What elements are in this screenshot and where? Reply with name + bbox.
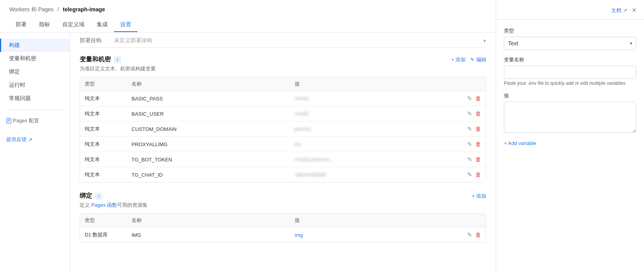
type-label: 类型 [504, 27, 636, 34]
tab-metrics[interactable]: 指标 [33, 18, 56, 32]
delete-icon[interactable]: 🗑 [475, 95, 481, 102]
close-button[interactable]: × [632, 6, 636, 14]
hook-section: 部署挂钩 未定义部署挂钩 + [80, 32, 486, 48]
row-name: CUSTOM_DOMAIN [132, 126, 295, 132]
vars-col-type: 类型 [85, 81, 132, 88]
delete-icon[interactable]: 🗑 [475, 125, 481, 132]
var-name-label: 变量名称 [504, 56, 636, 63]
tab-settings[interactable]: 设置 [114, 18, 137, 32]
add-variable-button[interactable]: + Add variable [504, 140, 536, 146]
edit-icon[interactable]: ✎ [467, 171, 472, 178]
delete-icon[interactable]: 🗑 [475, 231, 481, 238]
main-content: Workers 和 Pages / telegraph-image 部署 指标 … [0, 0, 496, 272]
delete-icon[interactable]: 🗑 [475, 171, 481, 178]
vars-col-name: 名称 [132, 81, 295, 88]
vars-description: 为项目定义文本、机密或构建变量 [80, 65, 486, 72]
row-value: ••••242:AA••••U... [295, 157, 458, 163]
sidebar-item-vars[interactable]: 变量和机密 [0, 52, 70, 65]
binding-col-value: 值 [295, 217, 458, 224]
row-actions: ✎ 🗑 [458, 95, 481, 102]
edit-icon[interactable]: ✎ [467, 231, 472, 238]
row-type: 纯文本 [85, 95, 132, 102]
row-name: TG_BOT_TOKEN [132, 157, 295, 163]
row-value-link[interactable]: img [295, 232, 458, 238]
body-layout: 构建 变量和机密 绑定 运行时 常规问题 P Pages 配置 提供反馈 ↗ 部… [0, 32, 496, 272]
vars-title: 变量和机密 [80, 55, 111, 64]
table-row: 纯文本 TG_BOT_TOKEN ••••242:AA••••U... ✎ 🗑 [80, 152, 486, 167]
table-row: 纯文本 BASIC_USER r••••07 ✎ 🗑 [80, 106, 486, 122]
row-value: -00z••••52645 [295, 172, 458, 178]
table-row: 纯文本 PROXYALLIMG t••i ✎ 🗑 [80, 137, 486, 152]
row-actions: ✎ 🗑 [458, 141, 481, 148]
vars-table-header: 类型 名称 值 [80, 77, 486, 91]
binding-section: 绑定 i + 添加 定义 Pages 函数可用的资源集 类型 名称 值 [80, 192, 486, 243]
vars-section: 变量和机密 i + 添加 ✎ 编辑 为项目定义文本、机密或构建变量 类型 名称 … [80, 55, 486, 183]
row-type: 纯文本 [85, 125, 132, 132]
binding-desc-suffix: 可用的资源集 [117, 202, 148, 208]
table-row: D1 数据库 IMG img ✎ 🗑 [80, 227, 486, 242]
sidebar-pages-config[interactable]: P Pages 配置 [0, 115, 70, 127]
binding-desc-prefix: 定义 [80, 202, 91, 208]
row-name: BASIC_USER [132, 111, 295, 117]
row-type: 纯文本 [85, 141, 132, 148]
binding-desc-link[interactable]: Pages 函数 [91, 202, 117, 208]
row-name: PROXYALLIMG [132, 141, 295, 147]
sidebar-item-binding[interactable]: 绑定 [0, 65, 70, 79]
binding-info-icon[interactable]: i [95, 193, 102, 200]
vars-info-icon[interactable]: i [114, 56, 121, 63]
binding-col-name: 名称 [132, 217, 295, 224]
sidebar-item-runtime[interactable]: 运行时 [0, 79, 70, 92]
var-name-input[interactable] [504, 66, 636, 79]
edit-icon[interactable]: ✎ [467, 110, 472, 117]
row-type: 纯文本 [85, 110, 132, 117]
edit-icon[interactable]: ✎ [467, 125, 472, 132]
external-link-icon: ↗ [623, 7, 627, 13]
top-header: Workers 和 Pages / telegraph-image 部署 指标 … [0, 0, 496, 32]
breadcrumb-parent[interactable]: Workers 和 Pages [9, 6, 53, 13]
type-select[interactable]: Text Secret JSON [504, 37, 636, 50]
edit-icon[interactable]: ✎ [467, 156, 472, 163]
value-textarea[interactable] [504, 102, 636, 133]
edit-icon[interactable]: ✎ [467, 141, 472, 148]
docs-link[interactable]: 文档 ↗ [611, 7, 627, 14]
value-label: 值 [504, 92, 636, 99]
vars-actions: + 添加 ✎ 编辑 [451, 56, 486, 63]
add-hook-icon: + [483, 38, 486, 44]
hook-label: 部署挂钩 [80, 37, 101, 44]
binding-add-button[interactable]: + 添加 [472, 193, 486, 200]
pages-config-icon: P [6, 118, 11, 123]
hook-add-button[interactable]: + [483, 38, 486, 44]
binding-title-row: 绑定 i + 添加 [80, 192, 486, 200]
row-type: 纯文本 [85, 156, 132, 163]
tab-custom-domain[interactable]: 自定义域 [56, 18, 91, 32]
delete-icon[interactable]: 🗑 [475, 156, 481, 163]
right-panel-body: 类型 Text Secret JSON ▾ 变量名称 Paste your .e… [496, 20, 644, 272]
delete-icon[interactable]: 🗑 [475, 110, 481, 117]
binding-col-type: 类型 [85, 217, 132, 224]
breadcrumb-current: telegraph-image [63, 6, 105, 13]
vars-add-button[interactable]: + 添加 [451, 56, 466, 63]
sidebar-item-build[interactable]: 构建 [0, 39, 70, 52]
sidebar-divider [6, 110, 64, 110]
vars-edit-button[interactable]: ✎ 编辑 [470, 56, 486, 63]
edit-icon[interactable]: ✎ [467, 95, 472, 102]
row-actions: ✎ 🗑 [458, 231, 481, 238]
delete-icon[interactable]: 🗑 [475, 141, 481, 148]
row-value: t••i [295, 141, 458, 147]
binding-table-header: 类型 名称 值 [80, 214, 486, 227]
row-name: IMG [132, 232, 295, 238]
table-row: 纯文本 BASIC_PASS ••••••3. ✎ 🗑 [80, 91, 486, 106]
docs-label: 文档 [611, 7, 621, 14]
tab-integration[interactable]: 集成 [91, 18, 114, 32]
row-value: r••••07 [295, 111, 458, 117]
binding-description: 定义 Pages 函数可用的资源集 [80, 202, 486, 209]
hook-value: 未定义部署挂钩 [114, 37, 152, 44]
tab-deploy[interactable]: 部署 [9, 18, 33, 32]
sidebar-item-issues[interactable]: 常规问题 [0, 92, 70, 105]
row-name: TG_CHAT_ID [132, 172, 295, 178]
nav-tabs: 部署 指标 自定义域 集成 设置 [9, 18, 486, 32]
row-type: D1 数据库 [85, 231, 132, 238]
feedback-label: 提供反馈 [6, 136, 27, 143]
right-panel: 文档 ↗ × 类型 Text Secret JSON ▾ 变量名称 Paste … [496, 0, 644, 272]
sidebar-feedback[interactable]: 提供反馈 ↗ [0, 133, 70, 146]
